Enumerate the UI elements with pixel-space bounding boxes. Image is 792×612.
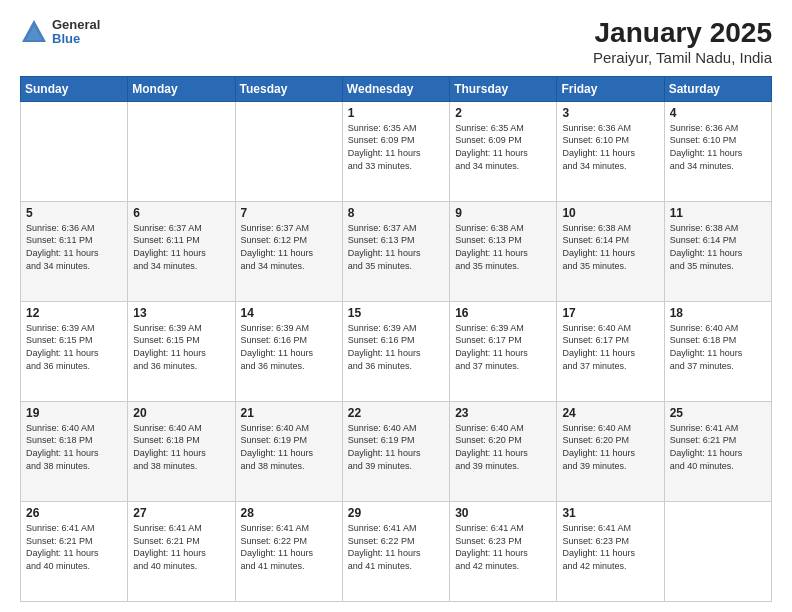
day-info: Sunrise: 6:40 AM Sunset: 6:18 PM Dayligh… (26, 422, 122, 472)
day-number: 24 (562, 406, 658, 420)
logo-icon (20, 18, 48, 46)
day-info: Sunrise: 6:41 AM Sunset: 6:22 PM Dayligh… (241, 522, 337, 572)
calendar-cell: 17Sunrise: 6:40 AM Sunset: 6:17 PM Dayli… (557, 301, 664, 401)
calendar-cell (128, 101, 235, 201)
day-number: 5 (26, 206, 122, 220)
day-number: 22 (348, 406, 444, 420)
day-number: 6 (133, 206, 229, 220)
day-number: 27 (133, 506, 229, 520)
day-number: 18 (670, 306, 766, 320)
day-info: Sunrise: 6:41 AM Sunset: 6:23 PM Dayligh… (562, 522, 658, 572)
calendar-cell: 14Sunrise: 6:39 AM Sunset: 6:16 PM Dayli… (235, 301, 342, 401)
calendar-cell (235, 101, 342, 201)
calendar-cell: 16Sunrise: 6:39 AM Sunset: 6:17 PM Dayli… (450, 301, 557, 401)
calendar-cell: 5Sunrise: 6:36 AM Sunset: 6:11 PM Daylig… (21, 201, 128, 301)
day-number: 21 (241, 406, 337, 420)
day-info: Sunrise: 6:36 AM Sunset: 6:11 PM Dayligh… (26, 222, 122, 272)
calendar-week-row: 5Sunrise: 6:36 AM Sunset: 6:11 PM Daylig… (21, 201, 772, 301)
calendar-cell: 11Sunrise: 6:38 AM Sunset: 6:14 PM Dayli… (664, 201, 771, 301)
day-number: 25 (670, 406, 766, 420)
calendar-cell: 19Sunrise: 6:40 AM Sunset: 6:18 PM Dayli… (21, 401, 128, 501)
day-number: 17 (562, 306, 658, 320)
weekday-header-row: SundayMondayTuesdayWednesdayThursdayFrid… (21, 76, 772, 101)
calendar-cell (21, 101, 128, 201)
calendar-cell: 3Sunrise: 6:36 AM Sunset: 6:10 PM Daylig… (557, 101, 664, 201)
day-info: Sunrise: 6:38 AM Sunset: 6:14 PM Dayligh… (670, 222, 766, 272)
day-info: Sunrise: 6:41 AM Sunset: 6:21 PM Dayligh… (133, 522, 229, 572)
day-info: Sunrise: 6:39 AM Sunset: 6:17 PM Dayligh… (455, 322, 551, 372)
day-number: 4 (670, 106, 766, 120)
day-info: Sunrise: 6:41 AM Sunset: 6:21 PM Dayligh… (670, 422, 766, 472)
day-number: 12 (26, 306, 122, 320)
calendar-cell: 13Sunrise: 6:39 AM Sunset: 6:15 PM Dayli… (128, 301, 235, 401)
day-info: Sunrise: 6:37 AM Sunset: 6:13 PM Dayligh… (348, 222, 444, 272)
day-info: Sunrise: 6:40 AM Sunset: 6:17 PM Dayligh… (562, 322, 658, 372)
day-number: 7 (241, 206, 337, 220)
weekday-header-wednesday: Wednesday (342, 76, 449, 101)
weekday-header-thursday: Thursday (450, 76, 557, 101)
day-info: Sunrise: 6:40 AM Sunset: 6:20 PM Dayligh… (562, 422, 658, 472)
day-number: 15 (348, 306, 444, 320)
calendar-cell: 20Sunrise: 6:40 AM Sunset: 6:18 PM Dayli… (128, 401, 235, 501)
day-info: Sunrise: 6:37 AM Sunset: 6:11 PM Dayligh… (133, 222, 229, 272)
day-number: 1 (348, 106, 444, 120)
calendar-week-row: 12Sunrise: 6:39 AM Sunset: 6:15 PM Dayli… (21, 301, 772, 401)
day-number: 11 (670, 206, 766, 220)
calendar-cell: 21Sunrise: 6:40 AM Sunset: 6:19 PM Dayli… (235, 401, 342, 501)
day-number: 31 (562, 506, 658, 520)
day-info: Sunrise: 6:40 AM Sunset: 6:18 PM Dayligh… (133, 422, 229, 472)
logo-general-text: General (52, 18, 100, 32)
day-info: Sunrise: 6:39 AM Sunset: 6:16 PM Dayligh… (348, 322, 444, 372)
calendar-cell: 25Sunrise: 6:41 AM Sunset: 6:21 PM Dayli… (664, 401, 771, 501)
weekday-header-sunday: Sunday (21, 76, 128, 101)
calendar-cell: 27Sunrise: 6:41 AM Sunset: 6:21 PM Dayli… (128, 501, 235, 601)
logo: General Blue (20, 18, 100, 47)
calendar-subtitle: Peraiyur, Tamil Nadu, India (593, 49, 772, 66)
day-info: Sunrise: 6:39 AM Sunset: 6:15 PM Dayligh… (26, 322, 122, 372)
calendar-cell: 6Sunrise: 6:37 AM Sunset: 6:11 PM Daylig… (128, 201, 235, 301)
day-info: Sunrise: 6:39 AM Sunset: 6:16 PM Dayligh… (241, 322, 337, 372)
calendar-cell: 30Sunrise: 6:41 AM Sunset: 6:23 PM Dayli… (450, 501, 557, 601)
day-info: Sunrise: 6:41 AM Sunset: 6:23 PM Dayligh… (455, 522, 551, 572)
day-info: Sunrise: 6:40 AM Sunset: 6:20 PM Dayligh… (455, 422, 551, 472)
day-info: Sunrise: 6:35 AM Sunset: 6:09 PM Dayligh… (348, 122, 444, 172)
title-block: January 2025 Peraiyur, Tamil Nadu, India (593, 18, 772, 66)
calendar-title: January 2025 (593, 18, 772, 49)
day-number: 29 (348, 506, 444, 520)
day-number: 20 (133, 406, 229, 420)
calendar-week-row: 26Sunrise: 6:41 AM Sunset: 6:21 PM Dayli… (21, 501, 772, 601)
calendar-cell: 28Sunrise: 6:41 AM Sunset: 6:22 PM Dayli… (235, 501, 342, 601)
day-number: 28 (241, 506, 337, 520)
day-info: Sunrise: 6:40 AM Sunset: 6:19 PM Dayligh… (348, 422, 444, 472)
day-number: 8 (348, 206, 444, 220)
logo-blue-text: Blue (52, 32, 100, 46)
day-info: Sunrise: 6:36 AM Sunset: 6:10 PM Dayligh… (562, 122, 658, 172)
calendar-cell: 15Sunrise: 6:39 AM Sunset: 6:16 PM Dayli… (342, 301, 449, 401)
calendar-cell: 18Sunrise: 6:40 AM Sunset: 6:18 PM Dayli… (664, 301, 771, 401)
day-number: 16 (455, 306, 551, 320)
day-number: 14 (241, 306, 337, 320)
day-number: 23 (455, 406, 551, 420)
day-number: 2 (455, 106, 551, 120)
day-number: 3 (562, 106, 658, 120)
day-number: 30 (455, 506, 551, 520)
calendar-week-row: 19Sunrise: 6:40 AM Sunset: 6:18 PM Dayli… (21, 401, 772, 501)
day-info: Sunrise: 6:38 AM Sunset: 6:14 PM Dayligh… (562, 222, 658, 272)
day-info: Sunrise: 6:38 AM Sunset: 6:13 PM Dayligh… (455, 222, 551, 272)
day-info: Sunrise: 6:41 AM Sunset: 6:22 PM Dayligh… (348, 522, 444, 572)
day-info: Sunrise: 6:41 AM Sunset: 6:21 PM Dayligh… (26, 522, 122, 572)
calendar-cell: 29Sunrise: 6:41 AM Sunset: 6:22 PM Dayli… (342, 501, 449, 601)
day-info: Sunrise: 6:40 AM Sunset: 6:19 PM Dayligh… (241, 422, 337, 472)
header: General Blue January 2025 Peraiyur, Tami… (20, 18, 772, 66)
page: General Blue January 2025 Peraiyur, Tami… (0, 0, 792, 612)
weekday-header-monday: Monday (128, 76, 235, 101)
calendar-cell: 24Sunrise: 6:40 AM Sunset: 6:20 PM Dayli… (557, 401, 664, 501)
calendar-cell (664, 501, 771, 601)
day-number: 10 (562, 206, 658, 220)
weekday-header-friday: Friday (557, 76, 664, 101)
calendar-cell: 2Sunrise: 6:35 AM Sunset: 6:09 PM Daylig… (450, 101, 557, 201)
day-number: 26 (26, 506, 122, 520)
day-info: Sunrise: 6:35 AM Sunset: 6:09 PM Dayligh… (455, 122, 551, 172)
calendar-cell: 8Sunrise: 6:37 AM Sunset: 6:13 PM Daylig… (342, 201, 449, 301)
calendar-table: SundayMondayTuesdayWednesdayThursdayFrid… (20, 76, 772, 602)
